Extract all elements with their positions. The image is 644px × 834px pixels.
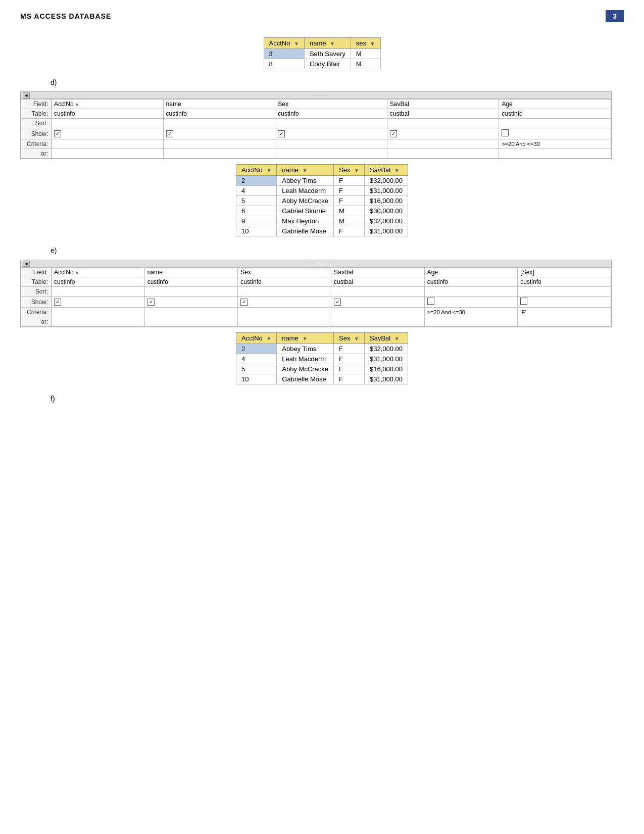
qd-row-show: Show: bbox=[21, 128, 611, 139]
show-checkbox[interactable] bbox=[390, 130, 397, 137]
qd-cell bbox=[52, 297, 145, 308]
qd-row-criteria: Criteria:>=20 And <=30 bbox=[21, 139, 611, 149]
table-row: 6 Gabriel Skurrie M$30,000.00 bbox=[236, 206, 408, 216]
qd-cell bbox=[518, 287, 611, 297]
qd-e-scroll-left[interactable]: ◄ bbox=[23, 261, 30, 267]
show-checkbox[interactable] bbox=[278, 130, 285, 137]
cell-acctno: 2 bbox=[236, 176, 276, 186]
cell-name: Abbey Tims bbox=[277, 344, 334, 354]
cell-sex: F bbox=[334, 374, 365, 384]
section-e-result-wrap: AcctNo ▼ name ▼ Sex ▼ SavBal ▼ 2 Abbey T… bbox=[20, 332, 624, 384]
cell-savbal: $31,000.00 bbox=[365, 186, 408, 196]
qd-cell: name bbox=[144, 268, 238, 277]
cell-sex: F bbox=[334, 344, 365, 354]
cell-acctno: 9 bbox=[236, 216, 276, 226]
e-col-savbal: SavBal ▼ bbox=[365, 333, 408, 344]
cell-savbal: $16,000.00 bbox=[365, 196, 408, 206]
qd-row-table: Table:custinfocustinfocustinfocustbalcus… bbox=[21, 109, 611, 119]
show-checkbox-unchecked[interactable] bbox=[502, 129, 509, 136]
qd-cell: custinfo bbox=[499, 109, 611, 119]
cell-sex: F bbox=[334, 176, 365, 186]
qd-row-table: Table:custinfocustinfocustinfocustbalcus… bbox=[21, 277, 611, 287]
table-row: 2 Abbey Tims F$32,000.00 bbox=[236, 176, 408, 186]
show-checkbox-unchecked[interactable] bbox=[520, 298, 527, 305]
show-checkbox-unchecked[interactable] bbox=[427, 298, 434, 305]
qd-cell bbox=[163, 139, 275, 149]
cell-savbal: $32,000.00 bbox=[365, 344, 408, 354]
qd-e-grid: Field:AcctNo ∨nameSexSavBalAge[Sex]Table… bbox=[21, 267, 611, 327]
qd-cell: custinfo bbox=[275, 109, 387, 119]
e-col-acctno: AcctNo ▼ bbox=[236, 333, 276, 344]
cell-sex: M bbox=[334, 206, 365, 216]
cell-name: Gabrielle Mose bbox=[277, 226, 334, 236]
qd-cell bbox=[238, 297, 331, 308]
qd-row-field: Field:AcctNo ∨nameSexSavBalAge bbox=[21, 100, 611, 109]
qd-cell: >=20 And <=30 bbox=[424, 308, 518, 317]
qd-cell: Sex bbox=[238, 268, 331, 277]
cell-acctno: 3 bbox=[264, 49, 304, 59]
cell-name: Leah Macderm bbox=[277, 186, 334, 196]
qd-cell bbox=[387, 119, 499, 128]
qd-cell bbox=[499, 128, 611, 139]
show-checkbox[interactable] bbox=[54, 299, 61, 306]
top-table: AcctNo ▼ name ▼ sex ▼ 3 Seth Savery M 8 … bbox=[264, 37, 381, 69]
cell-name: Max Heydon bbox=[277, 216, 334, 226]
qd-cell: custinfo bbox=[52, 277, 145, 287]
section-f-label: f) bbox=[51, 395, 624, 403]
qd-e-scrollbar[interactable]: ◄ ········· bbox=[21, 260, 611, 267]
qd-cell bbox=[499, 149, 611, 159]
qd-cell bbox=[499, 119, 611, 128]
section-e-qd: ◄ ········· Field:AcctNo ∨nameSexSavBalA… bbox=[20, 260, 612, 327]
qd-cell bbox=[331, 317, 425, 327]
cell-savbal: $16,000.00 bbox=[365, 364, 408, 374]
qd-row-or: or: bbox=[21, 149, 611, 159]
qd-cell bbox=[52, 287, 145, 297]
qd-cell bbox=[387, 128, 499, 139]
cell-name: Abby McCracke bbox=[277, 196, 334, 206]
section-d-result-wrap: AcctNo ▼ name ▼ Sex ▼ SavBal ▼ 2 Abbey T… bbox=[20, 164, 624, 236]
qd-row-sort: Sort: bbox=[21, 119, 611, 128]
qd-d-dots: ········· bbox=[30, 93, 611, 98]
cell-savbal: $31,000.00 bbox=[365, 374, 408, 384]
qd-cell: custinfo bbox=[52, 109, 164, 119]
table-row: 3 Seth Savery M bbox=[264, 49, 380, 59]
section-d-label: d) bbox=[51, 78, 624, 86]
qd-cell bbox=[52, 149, 164, 159]
qd-row-label: Criteria: bbox=[21, 139, 52, 149]
qd-cell: custbal bbox=[331, 277, 425, 287]
qd-d-scrollbar[interactable]: ◄ ········· bbox=[21, 92, 611, 99]
qd-row-criteria: Criteria:>=20 And <=30'F' bbox=[21, 308, 611, 317]
show-checkbox[interactable] bbox=[240, 299, 247, 306]
cell-sex: F bbox=[334, 354, 365, 364]
qd-cell bbox=[238, 308, 331, 317]
qd-d-scroll-left[interactable]: ◄ bbox=[23, 92, 30, 99]
section-d-result-table: AcctNo ▼ name ▼ Sex ▼ SavBal ▼ 2 Abbey T… bbox=[236, 164, 408, 236]
d-col-sex: Sex ▼ bbox=[334, 165, 365, 176]
qd-cell bbox=[52, 317, 145, 327]
show-checkbox[interactable] bbox=[334, 299, 341, 306]
show-checkbox[interactable] bbox=[147, 299, 155, 306]
qd-cell bbox=[163, 149, 275, 159]
section-e-result-table: AcctNo ▼ name ▼ Sex ▼ SavBal ▼ 2 Abbey T… bbox=[236, 332, 408, 384]
show-checkbox[interactable] bbox=[54, 130, 61, 137]
d-col-savbal: SavBal ▼ bbox=[365, 165, 408, 176]
cell-sex: F bbox=[334, 186, 365, 196]
qd-row-label: Show: bbox=[21, 128, 52, 139]
cell-name: Leah Macderm bbox=[277, 354, 334, 364]
cell-savbal: $31,000.00 bbox=[365, 226, 408, 236]
table-row: 4 Leah Macderm F$31,000.00 bbox=[236, 354, 408, 364]
qd-row-label: Table: bbox=[21, 109, 52, 119]
qd-row-field: Field:AcctNo ∨nameSexSavBalAge[Sex] bbox=[21, 268, 611, 277]
show-checkbox[interactable] bbox=[166, 130, 173, 137]
qd-cell: Sex bbox=[275, 100, 387, 109]
qd-cell bbox=[424, 297, 518, 308]
qd-cell: custinfo bbox=[163, 109, 275, 119]
qd-cell bbox=[331, 308, 425, 317]
qd-cell: custinfo bbox=[424, 277, 518, 287]
section-d-qd: ◄ ········· Field:AcctNo ∨nameSexSavBalA… bbox=[20, 91, 612, 159]
qd-row-label: Show: bbox=[21, 297, 52, 308]
qd-row-sort: Sort: bbox=[21, 287, 611, 297]
qd-cell bbox=[387, 139, 499, 149]
qd-cell bbox=[275, 119, 387, 128]
cell-name: Cody Blair bbox=[304, 59, 351, 69]
